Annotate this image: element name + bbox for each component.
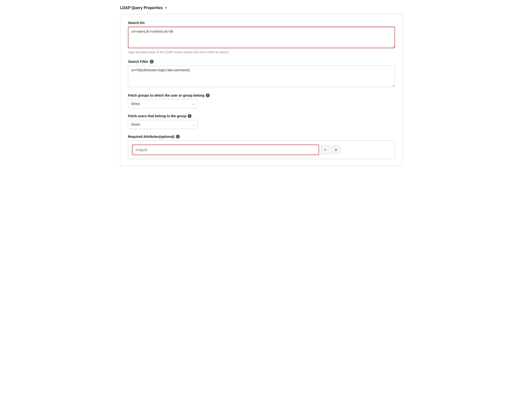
search-filter-label: Search Filter i	[128, 60, 395, 64]
required-attrs-info-icon[interactable]: i	[176, 135, 180, 139]
fetch-users-select-wrapper: Direct Recursive None ⌄	[128, 120, 197, 129]
chevron-down-icon: ▼	[165, 6, 168, 10]
search-filter-group: Search Filter i cn=%{subsession.logon.la…	[128, 60, 395, 88]
fetch-groups-select[interactable]: Direct Recursive None	[128, 99, 197, 108]
required-attrs-input[interactable]	[132, 145, 319, 155]
search-dn-group: Search Dn cn=users,dc=contoso,dc=dir Typ…	[128, 21, 395, 54]
fetch-groups-group: Fetch groups to which the user or group …	[128, 93, 395, 108]
required-attrs-group: Required Attributes(optional) i + ✕	[128, 135, 395, 159]
search-dn-hint: Type the base node of the LDAP server se…	[128, 50, 395, 54]
search-filter-input[interactable]: cn=%{subsession.logon.last.username}	[128, 66, 395, 87]
fetch-groups-info-icon[interactable]: i	[206, 93, 210, 97]
fetch-groups-select-wrapper: Direct Recursive None ⌄	[128, 99, 197, 108]
fetch-users-group: Fetch users that belong to the group i D…	[128, 114, 395, 129]
page-container: LDAP Query Properties ▼ Search Dn cn=use…	[120, 6, 403, 166]
fetch-users-info-icon[interactable]: i	[188, 114, 191, 118]
ldap-query-properties-card: Search Dn cn=users,dc=contoso,dc=dir Typ…	[120, 14, 403, 166]
fetch-users-select[interactable]: Direct Recursive None	[128, 120, 197, 129]
remove-attr-button[interactable]: ✕	[332, 146, 340, 154]
search-filter-info-icon[interactable]: i	[150, 60, 154, 64]
search-dn-input[interactable]: cn=users,dc=contoso,dc=dir	[128, 27, 395, 48]
search-dn-label: Search Dn	[128, 21, 395, 25]
section-header[interactable]: LDAP Query Properties ▼	[120, 6, 403, 10]
fetch-groups-label: Fetch groups to which the user or group …	[128, 93, 395, 97]
section-title: LDAP Query Properties	[120, 6, 163, 10]
add-attr-button[interactable]: +	[321, 146, 330, 154]
required-attrs-label: Required Attributes(optional) i	[128, 135, 395, 139]
fetch-users-label: Fetch users that belong to the group i	[128, 114, 395, 118]
required-attrs-row: + ✕	[132, 145, 391, 155]
required-attrs-container: + ✕	[128, 140, 395, 159]
